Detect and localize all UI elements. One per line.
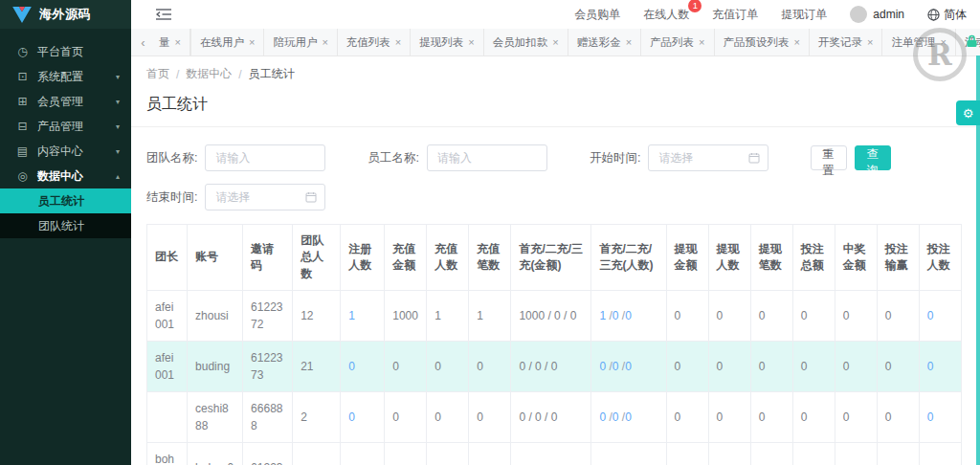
recharge-orders-label: 充值订单 [712, 8, 758, 21]
value-separator: / [606, 360, 612, 373]
cell: 0 [708, 342, 750, 392]
tab-9[interactable]: 开奖记录× [810, 29, 882, 55]
tab-2[interactable]: 陪玩用户× [264, 29, 337, 55]
start-time-group: 开始时间: [590, 144, 768, 171]
tab-6[interactable]: 赠送彩金× [568, 29, 641, 55]
column-header: 首充/二充/三充(人数) [591, 225, 666, 291]
sidebar-item-3[interactable]: ⊟产品管理▾ [0, 114, 131, 139]
tab-close-icon[interactable]: × [322, 36, 327, 48]
column-header: 账号 [188, 225, 243, 291]
end-time-field [205, 184, 325, 210]
tab-close-icon[interactable]: × [626, 36, 632, 48]
language-label: 简体 [944, 7, 967, 23]
recharge-orders-link[interactable]: 充值订单 [712, 7, 758, 23]
table-row: afei001zhousi61223721211000111000 / 0 / … [147, 291, 962, 342]
username: admin [873, 8, 904, 21]
sidebar-item-1[interactable]: ⊡系统配置▾ [0, 64, 131, 89]
tab-7[interactable]: 产品列表× [641, 29, 714, 55]
sidebar-item-label: 内容中心 [37, 144, 83, 160]
staff-name-input[interactable] [435, 150, 539, 166]
link-value[interactable]: 0 [612, 360, 619, 373]
column-header: 充值笔数 [469, 225, 511, 291]
tab-0[interactable]: 量× [150, 29, 190, 55]
chevron-down-icon: ▾ [116, 122, 120, 131]
settings-gear-button[interactable]: ⚙ [956, 100, 980, 125]
sidebar-item-0[interactable]: ◷平台首页 [0, 39, 131, 64]
title-divider [131, 126, 980, 127]
cell: 0 [469, 342, 511, 392]
cell: 0 [919, 342, 961, 392]
table-row: afei001buding61223732100000 / 0 / 00 /0 … [147, 342, 962, 392]
link-value[interactable]: 0 [625, 410, 632, 424]
cell: 0 [792, 392, 835, 443]
online-count-link[interactable]: 在线人数 1 [643, 7, 689, 23]
link-value[interactable]: 0 [612, 309, 619, 322]
cell: 0 [919, 443, 961, 465]
link-value[interactable]: 0 [927, 360, 934, 373]
tab-1[interactable]: 在线用户× [190, 29, 264, 55]
link-value[interactable]: 0 [625, 360, 632, 373]
tab-close-icon[interactable]: × [552, 36, 558, 48]
start-time-label: 开始时间: [590, 150, 640, 166]
tab-3[interactable]: 充值列表× [338, 29, 411, 55]
withdraw-orders-link[interactable]: 提现订单 [781, 7, 827, 23]
sidebar-item-label: 产品管理 [37, 119, 83, 135]
sidebar-subitem-1[interactable]: 团队统计 [0, 213, 131, 238]
tab-close-icon[interactable]: × [794, 36, 800, 48]
tab-close-icon[interactable]: × [395, 36, 401, 48]
user-menu[interactable]: admin [850, 6, 904, 23]
cell: 6122373 [243, 342, 293, 392]
cell [147, 392, 188, 443]
column-header: 充值人数 [427, 225, 469, 291]
tab-5[interactable]: 会员加扣款× [484, 29, 568, 55]
cell: 1 [427, 291, 469, 342]
end-time-input[interactable] [213, 189, 301, 205]
cell: zhousi [188, 291, 243, 342]
link-value[interactable]: 0 [348, 410, 355, 424]
start-time-input[interactable] [657, 150, 745, 166]
language-switcher[interactable]: 简体 [927, 7, 967, 23]
link-value[interactable]: 0 [927, 410, 934, 424]
tab-4[interactable]: 提现列表× [411, 29, 483, 55]
link-value[interactable]: 0 [927, 309, 934, 322]
link-value[interactable]: 0 [348, 360, 355, 373]
sidebar-item-5[interactable]: ◎数据中心▴ [0, 164, 131, 188]
cell: 0 [792, 443, 835, 465]
tab-close-icon[interactable]: × [249, 36, 255, 48]
avatar [850, 6, 867, 23]
link-value[interactable]: 0 [625, 309, 632, 322]
tab-close-icon[interactable]: × [468, 36, 474, 48]
page-title: 员工统计 [146, 95, 965, 115]
menu-collapse-icon[interactable] [156, 8, 171, 21]
value-separator: / [606, 309, 612, 322]
tab-close-icon[interactable]: × [699, 36, 704, 48]
cell: 0 / 0 / 0 [511, 392, 591, 443]
cell: 0 [666, 291, 708, 342]
search-button[interactable]: 查询 [855, 145, 891, 170]
reset-button[interactable]: 重置 [811, 145, 847, 170]
breadcrumb-home[interactable]: 首页 [146, 66, 169, 82]
cell: 0 [877, 392, 919, 443]
sidebar-item-2[interactable]: ⊞会员管理▾ [0, 89, 131, 114]
calendar-icon [305, 191, 317, 203]
cell: 0 [469, 443, 511, 465]
tab-close-icon[interactable]: × [175, 36, 181, 48]
team-name-input[interactable] [213, 150, 317, 166]
link-value[interactable]: 0 [612, 410, 619, 424]
sidebar: 海外源码 ◷平台首页⊡系统配置▾⊞会员管理▾⊟产品管理▾▤内容中心▾◎数据中心▴… [0, 0, 131, 465]
tabs-scroll-left-icon[interactable]: ‹ [136, 29, 150, 55]
link-value[interactable]: 1 [348, 309, 355, 322]
breadcrumb-data-center[interactable]: 数据中心 [186, 66, 232, 82]
tab-close-icon[interactable]: × [867, 36, 873, 48]
cell: 0 /0 /0 [591, 443, 666, 465]
sidebar-item-label: 会员管理 [37, 94, 83, 110]
tab-label: 提现列表 [419, 35, 463, 50]
cell: 0 /0 /0 [591, 342, 666, 392]
member-orders-link[interactable]: 会员购单 [574, 7, 620, 23]
end-time-label: 结束时间: [146, 189, 197, 206]
sidebar-item-4[interactable]: ▤内容中心▾ [0, 139, 131, 164]
sidebar-subitem-0[interactable]: 员工统计 [0, 188, 131, 213]
cell: 0 [919, 291, 961, 342]
tab-8[interactable]: 产品预设列表× [715, 29, 810, 55]
chevron-up-icon: ▴ [116, 172, 120, 181]
